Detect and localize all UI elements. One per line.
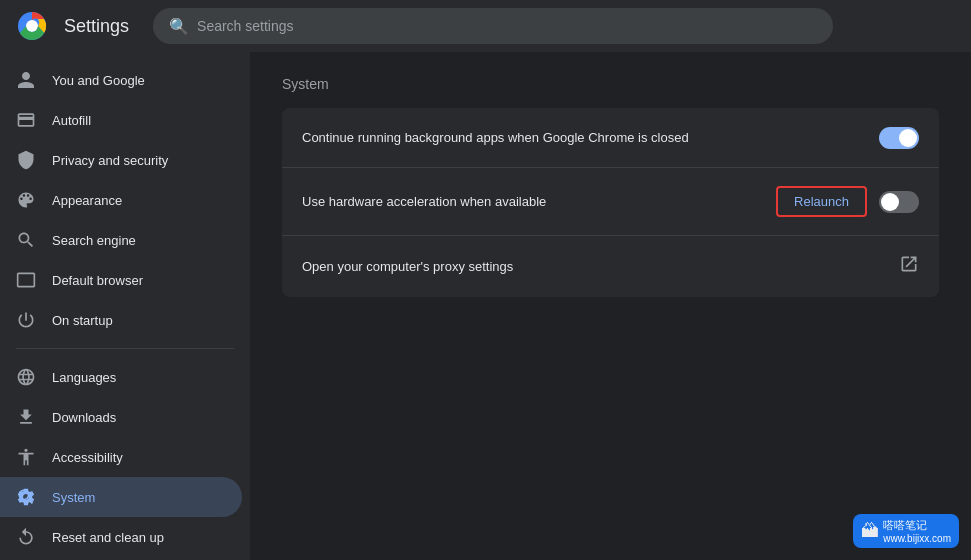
watermark-line1: 嗒嗒笔记 — [883, 518, 951, 533]
hardware-acceleration-controls: Relaunch — [776, 186, 919, 217]
chrome-logo-icon — [16, 10, 48, 42]
sidebar-item-languages[interactable]: Languages — [0, 357, 242, 397]
header: Settings 🔍 — [0, 0, 971, 52]
default-browser-icon — [16, 270, 36, 290]
body: You and Google Autofill Privacy and secu… — [0, 52, 971, 560]
sidebar-label-you-and-google: You and Google — [52, 73, 145, 88]
settings-card: Continue running background apps when Go… — [282, 108, 939, 297]
accessibility-icon — [16, 447, 36, 467]
sidebar: You and Google Autofill Privacy and secu… — [0, 52, 250, 560]
sidebar-label-privacy-security: Privacy and security — [52, 153, 168, 168]
sidebar-label-autofill: Autofill — [52, 113, 91, 128]
sidebar-item-appearance[interactable]: Appearance — [0, 180, 242, 220]
sidebar-item-downloads[interactable]: Downloads — [0, 397, 242, 437]
reset-icon — [16, 527, 36, 547]
svg-point-2 — [27, 21, 37, 31]
main-content: System Continue running background apps … — [250, 52, 971, 560]
sidebar-item-accessibility[interactable]: Accessibility — [0, 437, 242, 477]
person-icon — [16, 70, 36, 90]
proxy-settings-row[interactable]: Open your computer's proxy settings — [282, 236, 939, 297]
autofill-icon — [16, 110, 36, 130]
sidebar-label-on-startup: On startup — [52, 313, 113, 328]
proxy-settings-controls — [899, 254, 919, 279]
sidebar-item-on-startup[interactable]: On startup — [0, 300, 242, 340]
toggle-thumb — [899, 129, 917, 147]
section-title: System — [282, 76, 939, 92]
sidebar-item-autofill[interactable]: Autofill — [0, 100, 242, 140]
search-icon: 🔍 — [169, 17, 189, 36]
relaunch-button[interactable]: Relaunch — [776, 186, 867, 217]
sidebar-divider — [16, 348, 234, 349]
sidebar-item-search-engine[interactable]: Search engine — [0, 220, 242, 260]
sidebar-label-search-engine: Search engine — [52, 233, 136, 248]
sidebar-label-downloads: Downloads — [52, 410, 116, 425]
background-apps-label: Continue running background apps when Go… — [302, 130, 879, 145]
sidebar-label-system: System — [52, 490, 95, 505]
downloads-icon — [16, 407, 36, 427]
hardware-acceleration-row: Use hardware acceleration when available… — [282, 168, 939, 236]
search-input[interactable] — [197, 18, 817, 34]
system-icon — [16, 487, 36, 507]
background-apps-toggle[interactable] — [879, 127, 919, 149]
hardware-acceleration-label: Use hardware acceleration when available — [302, 194, 776, 209]
hardware-acceleration-toggle[interactable] — [879, 191, 919, 213]
watermark-line2: www.bijixx.com — [883, 533, 951, 544]
watermark: 🏔 嗒嗒笔记 www.bijixx.com — [853, 514, 959, 548]
sidebar-item-privacy-security[interactable]: Privacy and security — [0, 140, 242, 180]
background-apps-controls — [879, 127, 919, 149]
page-title: Settings — [64, 16, 129, 37]
sidebar-item-reset-clean[interactable]: Reset and clean up — [0, 517, 242, 557]
proxy-settings-label: Open your computer's proxy settings — [302, 259, 899, 274]
sidebar-label-reset-clean: Reset and clean up — [52, 530, 164, 545]
search-bar[interactable]: 🔍 — [153, 8, 833, 44]
appearance-icon — [16, 190, 36, 210]
search-engine-icon — [16, 230, 36, 250]
sidebar-label-languages: Languages — [52, 370, 116, 385]
external-link-icon — [899, 254, 919, 279]
sidebar-label-appearance: Appearance — [52, 193, 122, 208]
sidebar-item-default-browser[interactable]: Default browser — [0, 260, 242, 300]
background-apps-row: Continue running background apps when Go… — [282, 108, 939, 168]
sidebar-label-accessibility: Accessibility — [52, 450, 123, 465]
sidebar-label-default-browser: Default browser — [52, 273, 143, 288]
languages-icon — [16, 367, 36, 387]
sidebar-item-system[interactable]: System — [0, 477, 242, 517]
sidebar-item-you-and-google[interactable]: You and Google — [0, 60, 242, 100]
on-startup-icon — [16, 310, 36, 330]
toggle-thumb-2 — [881, 193, 899, 211]
shield-icon — [16, 150, 36, 170]
